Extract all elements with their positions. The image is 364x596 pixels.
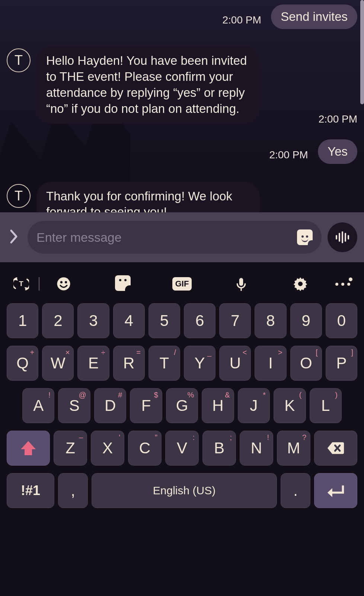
keyboard-row-qwerty: Q+W×E÷R=T/Y_U<I>O[P]: [7, 346, 357, 381]
text-detect-icon: T: [13, 276, 29, 292]
message-time: 2:00 PM: [269, 149, 308, 164]
svg-point-10: [298, 282, 302, 286]
shift-icon: [19, 440, 37, 456]
enter-key[interactable]: [314, 473, 357, 508]
svg-point-8: [65, 281, 67, 283]
message-row-received: T Hello Hayden! You have been invited to…: [0, 45, 364, 125]
key-n[interactable]: N!: [240, 431, 273, 466]
comma-key[interactable]: ,: [58, 473, 88, 508]
key-m[interactable]: M?: [277, 431, 310, 466]
gif-button[interactable]: GIF: [153, 277, 212, 291]
shift-key[interactable]: [7, 431, 50, 466]
voice-record-button[interactable]: [328, 222, 357, 252]
voice-typing-button[interactable]: [211, 276, 271, 292]
message-bubble-received[interactable]: Hello Hayden! You have been invited to T…: [36, 46, 260, 124]
space-key[interactable]: English (US): [92, 473, 277, 508]
more-button[interactable]: [330, 280, 356, 287]
key-p[interactable]: P]: [326, 346, 357, 381]
expand-button[interactable]: [7, 229, 22, 245]
sticker-button[interactable]: [93, 275, 153, 292]
message-bubble-sent[interactable]: Yes: [318, 139, 357, 164]
keyboard-toolbar: T GIF: [7, 266, 357, 302]
key-x[interactable]: X': [91, 431, 124, 466]
key-l[interactable]: L): [310, 388, 342, 423]
keyboard-row-bottom: !#1 , English (US) .: [7, 473, 357, 508]
key-6[interactable]: 6: [184, 303, 215, 338]
key-7[interactable]: 7: [219, 303, 251, 338]
sticker-icon: [115, 275, 131, 291]
key-s[interactable]: S@: [58, 388, 90, 423]
key-i[interactable]: I>: [255, 346, 286, 381]
message-bubble-sent[interactable]: Send invites: [271, 4, 357, 29]
emoji-icon: [56, 276, 71, 292]
svg-point-6: [57, 278, 70, 291]
keyboard-row-zxcv: Z–X'C"V:B;N!M?: [7, 431, 357, 466]
message-row-sent: 2:00 PM Yes: [0, 138, 364, 165]
key-5[interactable]: 5: [149, 303, 180, 338]
key-4[interactable]: 4: [113, 303, 145, 338]
key-r[interactable]: R=: [113, 346, 145, 381]
backspace-icon: [327, 440, 345, 456]
compose-bar: [0, 212, 364, 262]
more-icon: [335, 283, 350, 286]
message-time: 2:00 PM: [222, 14, 261, 29]
key-y[interactable]: Y_: [184, 346, 215, 381]
key-3[interactable]: 3: [77, 303, 109, 338]
key-8[interactable]: 8: [255, 303, 286, 338]
key-t[interactable]: T/: [149, 346, 180, 381]
emoji-button[interactable]: [34, 276, 93, 292]
key-o[interactable]: O[: [290, 346, 322, 381]
period-key[interactable]: .: [281, 473, 310, 508]
key-9[interactable]: 9: [290, 303, 322, 338]
settings-button[interactable]: [271, 276, 330, 292]
message-row-received: T Thank you for confirming! We look forw…: [0, 180, 364, 212]
svg-text:T: T: [19, 280, 23, 288]
text-detect-button[interactable]: T: [8, 276, 34, 292]
avatar[interactable]: T: [7, 48, 31, 72]
message-input-pill: [28, 221, 322, 254]
svg-point-7: [60, 281, 63, 283]
chat-background: 2:00 PM Send invites T Hello Hayden! You…: [0, 0, 364, 212]
key-w[interactable]: W×: [42, 346, 74, 381]
key-h[interactable]: H&: [202, 388, 234, 423]
key-j[interactable]: J*: [238, 388, 270, 423]
enter-icon: [327, 483, 345, 498]
key-f[interactable]: F$: [130, 388, 162, 423]
backspace-key[interactable]: [314, 431, 357, 466]
microphone-icon: [233, 276, 249, 292]
key-d[interactable]: D#: [94, 388, 126, 423]
key-u[interactable]: U<: [219, 346, 251, 381]
key-1[interactable]: 1: [7, 303, 38, 338]
message-bubble-received[interactable]: Thank you for confirming! We look forwar…: [36, 182, 260, 212]
key-a[interactable]: A!: [22, 388, 54, 423]
key-g[interactable]: G%: [166, 388, 198, 423]
key-q[interactable]: Q+: [7, 346, 38, 381]
gif-icon: GIF: [172, 277, 192, 291]
message-time: 2:00 PM: [319, 113, 357, 125]
key-2[interactable]: 2: [42, 303, 74, 338]
message-row-sent: 2:00 PM Send invites: [0, 0, 364, 31]
key-e[interactable]: E÷: [77, 346, 109, 381]
keyboard: T GIF 1234567890 Q+W×E÷R=T/Y_U<I>O[P] A!…: [0, 262, 364, 596]
key-z[interactable]: Z–: [54, 431, 87, 466]
key-k[interactable]: K(: [274, 388, 306, 423]
chevron-right-icon: [9, 229, 19, 244]
message-input[interactable]: [36, 230, 297, 245]
sticker-icon[interactable]: [297, 229, 313, 245]
avatar[interactable]: T: [7, 184, 31, 208]
key-v[interactable]: V:: [165, 431, 199, 466]
keyboard-row-numbers: 1234567890: [7, 303, 357, 338]
key-c[interactable]: C": [128, 431, 162, 466]
gear-icon: [293, 276, 308, 292]
key-0[interactable]: 0: [326, 303, 357, 338]
keyboard-row-asdf: A!S@D#F$G%H&J*K(L): [7, 388, 357, 423]
key-b[interactable]: B;: [202, 431, 236, 466]
audio-wave-icon: [335, 231, 350, 243]
symbols-key[interactable]: !#1: [7, 473, 54, 508]
svg-rect-9: [239, 278, 243, 286]
